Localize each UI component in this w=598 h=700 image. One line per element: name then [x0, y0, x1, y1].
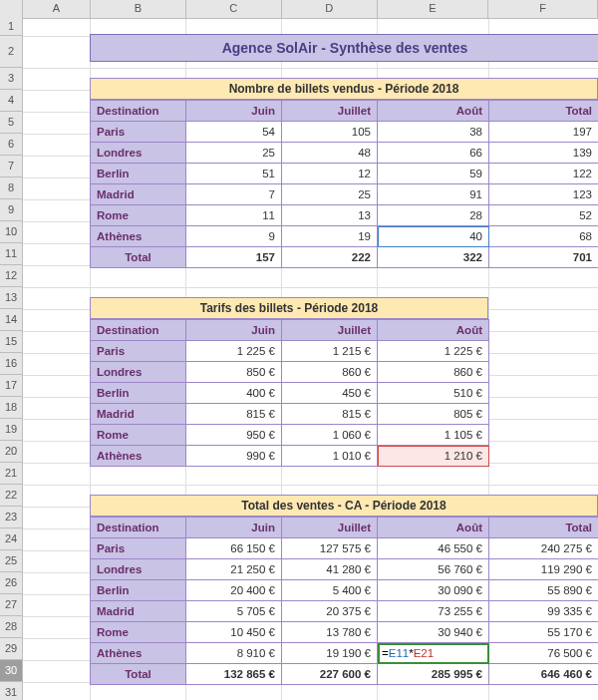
cell[interactable]: 20 375 € — [282, 601, 378, 622]
col-aout[interactable]: Août — [378, 518, 489, 538]
select-all-corner[interactable] — [0, 0, 23, 18]
col-juillet[interactable]: Juillet — [282, 320, 378, 341]
row-header-2[interactable]: 2 — [0, 36, 22, 68]
cell[interactable]: 950 € — [186, 425, 282, 446]
grid-area[interactable]: Agence SolAir - Synthèse des ventes Nomb… — [22, 18, 598, 700]
cell[interactable]: 66 — [378, 143, 489, 164]
cell[interactable]: 990 € — [186, 446, 282, 467]
cell[interactable]: 66 150 € — [186, 538, 282, 559]
cell[interactable]: 38 — [378, 122, 489, 143]
col-total[interactable]: Total — [489, 101, 599, 122]
row-header-3[interactable]: 3 — [0, 68, 22, 90]
cell[interactable]: 9 — [186, 226, 282, 247]
row-label[interactable]: Londres — [91, 362, 186, 383]
row-header-19[interactable]: 19 — [0, 419, 22, 441]
cell[interactable]: 139 — [489, 143, 599, 164]
row-header-23[interactable]: 23 — [0, 507, 22, 528]
cell[interactable]: 56 760 € — [378, 559, 489, 580]
row-header-4[interactable]: 4 — [0, 90, 22, 112]
cell[interactable]: 46 550 € — [378, 538, 489, 559]
total-cell[interactable]: 646 460 € — [489, 664, 599, 685]
row-header-15[interactable]: 15 — [0, 331, 22, 353]
cell[interactable]: 815 € — [282, 404, 378, 425]
row-header-6[interactable]: 6 — [0, 134, 22, 156]
row-header-13[interactable]: 13 — [0, 287, 22, 309]
cell[interactable]: 10 450 € — [186, 622, 282, 643]
cell[interactable]: 400 € — [186, 383, 282, 404]
row-header-14[interactable]: 14 — [0, 309, 22, 331]
cell[interactable]: 73 255 € — [378, 601, 489, 622]
row-label[interactable]: Berlin — [91, 383, 186, 404]
cell[interactable]: 28 — [378, 205, 489, 226]
row-label[interactable]: Rome — [91, 622, 186, 643]
col-total[interactable]: Total — [489, 518, 599, 538]
cell[interactable]: 8 910 € — [186, 643, 282, 664]
row-header-20[interactable]: 20 — [0, 441, 22, 463]
cell[interactable]: 860 € — [378, 362, 489, 383]
row-label[interactable]: Londres — [91, 143, 186, 164]
row-header-12[interactable]: 12 — [0, 265, 22, 287]
col-juin[interactable]: Juin — [186, 518, 282, 538]
cell[interactable]: 119 290 € — [489, 559, 599, 580]
col-aout[interactable]: Août — [378, 101, 489, 122]
row-label[interactable]: Paris — [91, 538, 186, 559]
row-header-22[interactable]: 22 — [0, 485, 22, 507]
col-header-b[interactable]: B — [91, 0, 186, 18]
total-cell[interactable]: 285 995 € — [378, 664, 489, 685]
cell[interactable]: 1 225 € — [186, 341, 282, 362]
row-label[interactable]: Londres — [91, 559, 186, 580]
col-header-c[interactable]: C — [186, 0, 282, 18]
cell[interactable]: 105 — [282, 122, 378, 143]
cell[interactable]: 41 280 € — [282, 559, 378, 580]
col-destination[interactable]: Destination — [91, 320, 186, 341]
row-label[interactable]: Berlin — [91, 164, 186, 184]
cell[interactable]: 59 — [378, 164, 489, 184]
row-header-1[interactable]: 1 — [0, 18, 22, 36]
cell[interactable]: 99 335 € — [489, 601, 599, 622]
spreadsheet[interactable]: A B C D E F 1234567891011121314151617181… — [0, 0, 598, 700]
cell[interactable]: 122 — [489, 164, 599, 184]
cell[interactable]: 13 — [282, 205, 378, 226]
total-cell[interactable]: 322 — [378, 247, 489, 268]
cell[interactable]: 450 € — [282, 383, 378, 404]
cell[interactable]: 13 780 € — [282, 622, 378, 643]
row-header-10[interactable]: 10 — [0, 221, 22, 243]
cell[interactable]: 7 — [186, 184, 282, 205]
total-cell[interactable]: 701 — [489, 247, 599, 268]
row-header-29[interactable]: 29 — [0, 638, 22, 660]
row-header-28[interactable]: 28 — [0, 616, 22, 638]
row-header-17[interactable]: 17 — [0, 375, 22, 397]
total-cell[interactable]: 157 — [186, 247, 282, 268]
cell[interactable]: 51 — [186, 164, 282, 184]
cell[interactable]: 30 940 € — [378, 622, 489, 643]
cell[interactable]: 815 € — [186, 404, 282, 425]
cell[interactable]: 197 — [489, 122, 599, 143]
total-label[interactable]: Total — [91, 664, 186, 685]
col-juin[interactable]: Juin — [186, 101, 282, 122]
row-header-18[interactable]: 18 — [0, 397, 22, 419]
formula-editing-cell[interactable]: =E11*E21 — [378, 643, 489, 664]
row-header-24[interactable]: 24 — [0, 528, 22, 550]
col-header-f[interactable]: F — [488, 0, 598, 18]
cell[interactable]: 30 090 € — [378, 580, 489, 601]
row-label[interactable]: Madrid — [91, 601, 186, 622]
row-header-8[interactable]: 8 — [0, 177, 22, 199]
row-header-27[interactable]: 27 — [0, 594, 22, 616]
col-destination[interactable]: Destination — [91, 101, 186, 122]
cell[interactable]: 1 225 € — [378, 341, 489, 362]
row-header-11[interactable]: 11 — [0, 243, 22, 265]
cell[interactable]: 1 010 € — [282, 446, 378, 467]
cell[interactable]: 1 105 € — [378, 425, 489, 446]
row-label[interactable]: Athènes — [91, 446, 186, 467]
cell[interactable]: 12 — [282, 164, 378, 184]
cell[interactable]: 5 400 € — [282, 580, 378, 601]
cell[interactable]: 240 275 € — [489, 538, 599, 559]
col-header-d[interactable]: D — [282, 0, 378, 18]
cell[interactable]: 850 € — [186, 362, 282, 383]
row-label[interactable]: Athènes — [91, 226, 186, 247]
cell[interactable]: 127 575 € — [282, 538, 378, 559]
row-label[interactable]: Berlin — [91, 580, 186, 601]
row-header-21[interactable]: 21 — [0, 463, 22, 485]
cell[interactable]: 1 210 € — [378, 446, 489, 467]
row-label[interactable]: Paris — [91, 122, 186, 143]
